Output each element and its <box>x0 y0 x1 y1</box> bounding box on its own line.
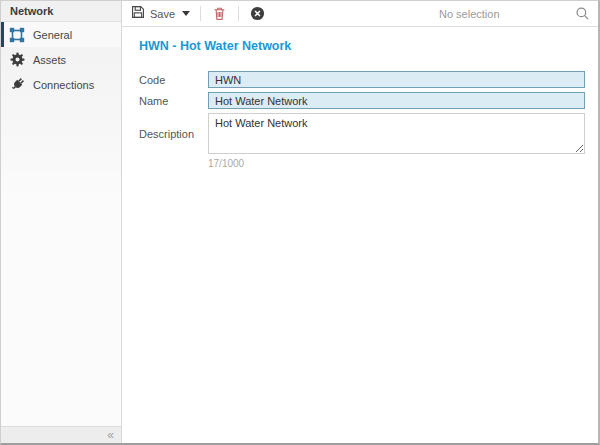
network-form: Code Name Description Hot Water Network … <box>139 71 585 169</box>
plug-icon <box>9 77 25 93</box>
sidebar-footer: « <box>1 426 121 443</box>
sidebar-item-general[interactable]: General <box>1 22 121 47</box>
page-title: HWN - Hot Water Network <box>139 39 585 53</box>
sidebar-item-label: Connections <box>33 79 94 91</box>
collapse-sidebar-icon[interactable]: « <box>107 429 114 441</box>
toolbar-separator <box>200 6 201 21</box>
sidebar-item-label: Assets <box>33 54 66 66</box>
toolbar: Save <box>122 1 598 27</box>
description-field[interactable]: Hot Water Network <box>208 113 585 154</box>
sidebar-item-connections[interactable]: Connections <box>1 72 121 97</box>
search-input[interactable] <box>437 7 569 21</box>
app-window: Network General <box>0 0 600 445</box>
description-label: Description <box>139 128 208 140</box>
save-button-label: Save <box>150 8 175 20</box>
sidebar-item-assets[interactable]: Assets <box>1 47 121 72</box>
gear-icon <box>9 52 25 68</box>
close-circle-icon <box>250 6 265 21</box>
save-button[interactable]: Save <box>131 5 175 23</box>
sidebar: Network General <box>1 1 122 443</box>
char-counter: 17/1000 <box>208 158 585 169</box>
form-row-code: Code <box>139 71 585 88</box>
content: HWN - Hot Water Network Code Name Descri… <box>122 27 598 443</box>
save-icon <box>131 5 145 23</box>
delete-button[interactable] <box>211 5 228 22</box>
sidebar-title: Network <box>1 1 121 22</box>
toolbar-separator <box>238 6 239 21</box>
close-button[interactable] <box>249 5 266 22</box>
search-icon[interactable] <box>574 5 591 22</box>
network-icon <box>9 27 25 43</box>
sidebar-spacer <box>1 97 121 426</box>
main-panel: Save <box>122 1 598 443</box>
trash-icon <box>212 6 227 21</box>
save-dropdown-icon[interactable] <box>182 11 190 16</box>
code-field[interactable] <box>208 71 585 88</box>
name-field[interactable] <box>208 92 585 109</box>
name-label: Name <box>139 95 208 107</box>
code-label: Code <box>139 74 208 86</box>
form-row-name: Name <box>139 92 585 109</box>
form-row-description: Description Hot Water Network <box>139 113 585 154</box>
sidebar-item-label: General <box>33 29 72 41</box>
